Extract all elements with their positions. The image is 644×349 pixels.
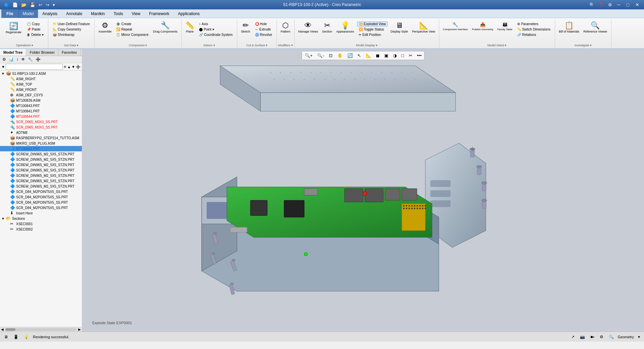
clip-btn[interactable]: ✂: [407, 52, 414, 59]
reference-viewer-btn[interactable]: 🔍 Reference Viewer: [582, 21, 609, 34]
tree-item-xsec0002[interactable]: ✂XSEC0002: [0, 227, 82, 232]
status-view-btn-2[interactable]: 📷: [579, 334, 586, 340]
tree-item-asm_def_csys[interactable]: ⊕ASM_DEF_CSYS: [0, 92, 82, 98]
pattern-btn[interactable]: ⬡ Pattern: [279, 21, 292, 34]
appearances-btn[interactable]: 💡 Appearances: [335, 21, 356, 34]
tree-item-asm_top[interactable]: 📏ASM_TOP: [0, 82, 82, 87]
copy-geometry-btn[interactable]: 📐Copy Geometry: [51, 27, 92, 32]
menu-manikin[interactable]: Manikin: [87, 9, 109, 18]
tree-item-raspberry[interactable]: 📦RASPBERRYPI2_STEP214_TUTTO.ASM: [0, 135, 82, 141]
hidden-lines-btn[interactable]: ▣: [382, 52, 390, 59]
publish-geometry-btn[interactable]: 📤 Publish Geometry: [470, 21, 495, 32]
tab-model-tree[interactable]: Model Tree: [0, 49, 26, 56]
pan-btn[interactable]: ✋: [335, 52, 345, 59]
redo-btn[interactable]: ↪: [45, 2, 50, 8]
display-style-btn[interactable]: 🖥 Display Style: [389, 21, 410, 34]
manage-views-btn[interactable]: 👁 Manage Views: [297, 21, 320, 34]
tree-item-mt100843[interactable]: 🔷MT100843.PRT: [0, 103, 82, 108]
tree-item-mt100839[interactable]: 📦MT100839.ASM: [0, 98, 82, 103]
filter-add-btn[interactable]: ➕: [76, 65, 81, 69]
tree-item-xsec0001[interactable]: ✂XSEC0001: [0, 221, 82, 227]
toggle-status-btn[interactable]: 🔀Toggle Status: [357, 27, 388, 32]
edit-position-btn[interactable]: ✏Edit Position: [357, 32, 388, 37]
open-btn[interactable]: 📂: [20, 2, 28, 8]
tree-item-asm_front[interactable]: 📏ASM_FRONT: [0, 87, 82, 92]
shade-btn[interactable]: ◑: [391, 52, 399, 59]
status-icon-1[interactable]: 🖥: [3, 334, 9, 340]
plane-btn[interactable]: 📏 Plane: [184, 21, 196, 34]
paste-btn[interactable]: 📌Paste: [25, 27, 45, 32]
tree-item-scr_d965_1[interactable]: 🔩SCR_D965_M3X3_SS.PRT: [0, 119, 82, 124]
viewport[interactable]: 🔍+ 🔍- ⊡ ✋ 🔄 ↖ 📐 ◼ ▣ ◑ □ ✂ •••: [82, 49, 644, 332]
tree-search-input[interactable]: [6, 64, 63, 70]
tree-filter-btn[interactable]: 🔧: [27, 57, 34, 62]
delete-btn[interactable]: 🗑Delete ▾: [25, 32, 45, 37]
search-icon[interactable]: 🔍: [588, 2, 596, 8]
drag-components-btn[interactable]: 🔧 Drag Components: [151, 21, 179, 34]
tree-horizontal-scrollbar[interactable]: ◀ ▶: [0, 327, 82, 332]
help-icon[interactable]: ❓: [598, 2, 605, 8]
tree-item-scr_d965_2[interactable]: 🔩SCR_D965_M3X3_SS.PRT: [0, 124, 82, 130]
regenerate-btn[interactable]: 🔄 Regenerate: [4, 21, 23, 35]
menu-analysis[interactable]: Analysis: [38, 9, 62, 18]
parameters-btn[interactable]: ⚙Parameters: [515, 21, 552, 27]
tree-item-screw_din3[interactable]: 🔷SCREW_DIN965_M2_5X5_STZN.PRT: [0, 162, 82, 167]
copy-btn[interactable]: 📋Copy: [25, 21, 45, 27]
filter-down-btn[interactable]: ▼: [71, 65, 75, 69]
assemble-btn[interactable]: ⚙ Assemble: [97, 21, 113, 34]
more-view-btn[interactable]: •••: [415, 52, 424, 59]
component-interface-btn[interactable]: 🔧 Component Interface: [441, 21, 470, 32]
status-icon-4[interactable]: ⚙: [598, 334, 605, 340]
status-icon-3[interactable]: 💡: [22, 334, 30, 340]
tree-item-root[interactable]: ▼📦S1-RBP13-100-2.ASM: [0, 71, 82, 76]
zoom-out-btn[interactable]: 🔍-: [315, 52, 326, 59]
scroll-left-btn[interactable]: ◀: [0, 328, 5, 331]
tree-item-screw_din7[interactable]: 🔷SCREW_DIN965_M2_5X5_STZN.PRT: [0, 184, 82, 189]
tree-item-scr_d84_1[interactable]: 🔷SCR_D84_M2POINT5X5_SS.PRT: [0, 189, 82, 194]
tree-item-sections[interactable]: ▼📂Sections: [0, 216, 82, 221]
expand-icon[interactable]: ▼: [1, 217, 6, 220]
display-mode-btn[interactable]: ◼: [374, 52, 382, 59]
tree-item-insert_here[interactable]: ⬇Insert Here: [0, 210, 82, 216]
exploded-view-btn[interactable]: 💥Exploded View: [357, 21, 388, 27]
coord-system-btn[interactable]: 🔗Coordinate System: [197, 32, 234, 37]
extrude-btn[interactable]: ↔Extrude: [253, 27, 274, 32]
tree-item-mt100844[interactable]: 🔷MT100844.PRT: [0, 114, 82, 119]
revolve-btn[interactable]: 🌀Revolve: [253, 32, 274, 37]
status-view-btn-1[interactable]: ↗: [570, 334, 576, 340]
tree-add-btn[interactable]: ➕: [35, 57, 42, 62]
user-defined-feature-btn[interactable]: 📁User-Defined Feature: [51, 21, 92, 27]
tree-item-asm_right[interactable]: 📏ASM_RIGHT: [0, 76, 82, 82]
tree-view-btn[interactable]: 👁: [20, 57, 26, 62]
tree-item-screw_din1[interactable]: 🔷SCREW_DIN965_M2_5X5_STZN.PRT: [0, 151, 82, 157]
model-tree-content[interactable]: ▼📦S1-RBP13-100-2.ASM 📏ASM_RIGHT 📏ASM_TOP…: [0, 71, 82, 327]
settings-icon[interactable]: ⚙: [607, 2, 613, 8]
minimize-btn[interactable]: ─: [615, 1, 623, 8]
section-btn[interactable]: ✂ Section: [320, 21, 334, 34]
save-btn[interactable]: 💾: [29, 2, 36, 8]
family-table-btn[interactable]: 👪 Family Table: [496, 21, 514, 32]
tab-folder-browser[interactable]: Folder Browser: [26, 49, 58, 56]
menu-framework[interactable]: Framework: [145, 9, 174, 18]
mirror-component-btn[interactable]: 🪞Mirror Component: [114, 32, 150, 37]
view-mode-dropdown[interactable]: ▾: [637, 334, 641, 340]
tree-item-screw_din5[interactable]: 🔷SCREW_DIN965_M2_5X5_STZN.PRT: [0, 173, 82, 178]
switch-dimensions-btn[interactable]: 📏Switch Dimensions: [515, 27, 552, 32]
filter-clear-btn[interactable]: ✕: [63, 65, 66, 69]
hole-btn[interactable]: ⭕Hole: [253, 21, 274, 27]
qa-more[interactable]: ▾: [52, 2, 56, 8]
tree-item-screw_din2[interactable]: 🔷SCREW_DIN965_M2_5X5_STZN.PRT: [0, 157, 82, 162]
tree-item-mt100841[interactable]: 🔷MT100841.PRT: [0, 108, 82, 114]
tree-sort-btn[interactable]: ↕: [15, 57, 19, 62]
bill-of-materials-btn[interactable]: 📋 Bill of Materials: [557, 21, 581, 34]
tree-item-mt100842[interactable]: 🔷MT100842.PRT: [0, 146, 82, 151]
view-orient-btn[interactable]: 📐: [364, 52, 373, 59]
undo-btn[interactable]: ↩: [38, 2, 43, 8]
tree-settings-btn[interactable]: ⚙: [1, 57, 7, 62]
status-icon-5[interactable]: 🔍: [607, 334, 615, 340]
point-btn[interactable]: ⬤Point ▾: [197, 27, 234, 32]
sketch-btn[interactable]: ✏ Sketch: [239, 21, 252, 34]
close-btn[interactable]: ✕: [633, 1, 641, 8]
status-icon-2[interactable]: 📱: [12, 334, 20, 340]
rotate-btn[interactable]: 🔄: [345, 52, 355, 59]
